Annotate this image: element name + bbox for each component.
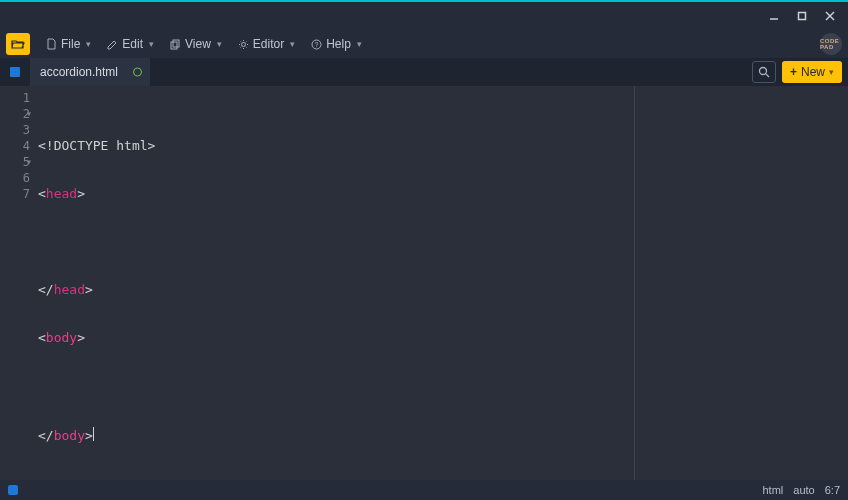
menu-view-label: View bbox=[185, 37, 211, 51]
minimize-icon bbox=[769, 11, 779, 21]
window-maximize-button[interactable] bbox=[788, 2, 816, 30]
menubar: File▾ Edit▾ View▾ Editor▾ ? Help▾ CODE P… bbox=[0, 30, 848, 58]
menu-edit[interactable]: Edit▾ bbox=[101, 33, 160, 55]
line-number: 5▾ bbox=[0, 154, 30, 170]
pencil-icon bbox=[107, 39, 118, 50]
svg-text:?: ? bbox=[315, 41, 319, 48]
svg-rect-9 bbox=[10, 67, 20, 77]
code-line: </head> bbox=[38, 282, 848, 298]
folder-open-icon bbox=[11, 38, 25, 50]
menu-view[interactable]: View▾ bbox=[164, 33, 228, 55]
menu-help[interactable]: ? Help▾ bbox=[305, 33, 368, 55]
tab-filetype-icon bbox=[6, 58, 24, 86]
svg-point-6 bbox=[241, 42, 245, 46]
menu-editor[interactable]: Editor▾ bbox=[232, 33, 301, 55]
chevron-down-icon: ▾ bbox=[829, 67, 834, 77]
line-number: 6 bbox=[0, 170, 30, 186]
line-number: 4 bbox=[0, 138, 30, 154]
code-line: </body> bbox=[38, 426, 848, 442]
search-button[interactable] bbox=[752, 61, 776, 83]
fold-icon[interactable]: ▾ bbox=[26, 154, 32, 170]
app-logo: CODE PAD bbox=[820, 33, 842, 55]
code-editor[interactable]: <!DOCTYPE html> <head> </head> <body> </… bbox=[34, 86, 848, 480]
svg-line-11 bbox=[766, 74, 769, 77]
status-encoding[interactable]: auto bbox=[793, 484, 814, 496]
code-line: <body> bbox=[38, 330, 848, 346]
fold-icon[interactable]: ▾ bbox=[26, 106, 32, 122]
plus-icon: + bbox=[790, 65, 797, 79]
chevron-down-icon: ▾ bbox=[217, 39, 222, 49]
window-titlebar bbox=[0, 2, 848, 30]
maximize-icon bbox=[797, 11, 807, 21]
print-margin bbox=[634, 86, 635, 480]
close-icon bbox=[825, 11, 835, 21]
code-line bbox=[38, 234, 848, 250]
status-thumb-icon[interactable] bbox=[8, 485, 18, 495]
tab-active[interactable]: accordion.html bbox=[30, 58, 150, 86]
html-file-icon bbox=[8, 65, 22, 79]
search-icon bbox=[758, 66, 770, 78]
svg-rect-4 bbox=[171, 42, 177, 49]
line-number-gutter: 1 2▾ 3 4 5▾ 6 7 bbox=[0, 86, 34, 480]
code-line: <head> bbox=[38, 186, 848, 202]
file-icon bbox=[46, 38, 57, 50]
svg-rect-1 bbox=[799, 13, 806, 20]
menu-edit-label: Edit bbox=[122, 37, 143, 51]
chevron-down-icon: ▾ bbox=[290, 39, 295, 49]
copy-icon bbox=[170, 39, 181, 50]
code-line: <!DOCTYPE html> bbox=[38, 138, 848, 154]
unsaved-indicator-icon bbox=[133, 68, 142, 77]
open-file-button[interactable] bbox=[6, 33, 30, 55]
help-icon: ? bbox=[311, 39, 322, 50]
new-button-label: New bbox=[801, 65, 825, 79]
chevron-down-icon: ▾ bbox=[357, 39, 362, 49]
tab-filename: accordion.html bbox=[40, 65, 118, 79]
tabbar: accordion.html + New ▾ bbox=[0, 58, 848, 86]
chevron-down-icon: ▾ bbox=[86, 39, 91, 49]
line-number: 1 bbox=[0, 90, 30, 106]
new-button[interactable]: + New ▾ bbox=[782, 61, 842, 83]
status-cursor-position[interactable]: 6:7 bbox=[825, 484, 840, 496]
gear-icon bbox=[238, 39, 249, 50]
menu-editor-label: Editor bbox=[253, 37, 284, 51]
line-number: 3 bbox=[0, 122, 30, 138]
window-close-button[interactable] bbox=[816, 2, 844, 30]
statusbar: html auto 6:7 bbox=[0, 480, 848, 500]
editor-area: 1 2▾ 3 4 5▾ 6 7 <!DOCTYPE html> <head> <… bbox=[0, 86, 848, 480]
menu-file[interactable]: File▾ bbox=[40, 33, 97, 55]
chevron-down-icon: ▾ bbox=[149, 39, 154, 49]
svg-point-10 bbox=[759, 68, 766, 75]
line-number: 2▾ bbox=[0, 106, 30, 122]
menu-file-label: File bbox=[61, 37, 80, 51]
line-number: 7 bbox=[0, 186, 30, 202]
window-minimize-button[interactable] bbox=[760, 2, 788, 30]
text-cursor bbox=[93, 427, 94, 441]
status-language[interactable]: html bbox=[763, 484, 784, 496]
menu-help-label: Help bbox=[326, 37, 351, 51]
svg-rect-5 bbox=[173, 40, 179, 47]
code-line bbox=[38, 378, 848, 394]
